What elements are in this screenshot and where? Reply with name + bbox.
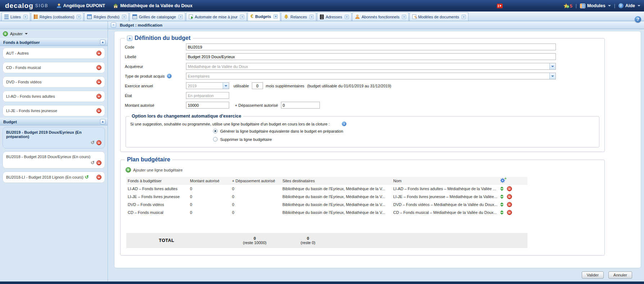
budget-item-bu2018-li[interactable]: BU2018-LI - Budget 2018 Lignon (En cours… <box>3 171 105 183</box>
radio-generate-row[interactable]: Générer la ligne budgétaire équivalente … <box>130 127 595 135</box>
utilisable-field[interactable] <box>252 82 263 89</box>
tab-budgets[interactable]: € Budgets × <box>248 12 280 21</box>
libelle-label: Libellé <box>125 55 186 59</box>
budget-section-header[interactable]: Budget ▲ <box>0 118 108 125</box>
remove-icon[interactable] <box>96 175 101 180</box>
user-icon <box>56 3 62 8</box>
funds-section-header[interactable]: Fonds à budgétiser ▲ <box>0 38 108 46</box>
help-bubble-icon[interactable]: ? <box>635 16 641 23</box>
fund-item-li-ad[interactable]: LI-AD - Fonds livres adultes <box>3 91 105 102</box>
remove-icon[interactable] <box>507 202 512 207</box>
budget-item-bu2018[interactable]: BU2018 - Budget 2018 Doux/Eyrieux (En co… <box>3 151 105 169</box>
depassement-field[interactable] <box>281 102 320 109</box>
remove-icon[interactable] <box>96 160 101 165</box>
site-name: Médiathèque de la Vallée du Doux <box>120 3 192 8</box>
code-field[interactable] <box>186 43 556 50</box>
add-menu[interactable]: + Ajouter <box>0 29 108 38</box>
fund-item-cd[interactable]: CD - Fonds musical <box>3 62 105 73</box>
fund-item-dvd[interactable]: DVD - Fonds vidéos <box>3 76 105 88</box>
chevron-down-icon[interactable] <box>223 83 229 89</box>
move-updown-icon[interactable] <box>500 187 504 191</box>
col-name-header[interactable]: Nom <box>392 177 499 185</box>
validate-button[interactable]: Valider <box>582 271 604 279</box>
close-icon[interactable]: × <box>402 15 406 19</box>
close-icon[interactable]: × <box>462 15 466 19</box>
tab-regles-cotisations[interactable]: Règles (cotisations) × <box>31 12 84 21</box>
tab-automate-mise-a-jour[interactable]: Automate de mise à jour × <box>186 12 247 21</box>
remove-icon[interactable] <box>507 194 512 199</box>
budget-item-bu2019[interactable]: BU2019 - Budget 2019 Doux/Eyrieux (En pr… <box>3 127 105 148</box>
acquereur-select[interactable]: Médiathèque de la Vallée du Doux <box>186 63 556 70</box>
cancel-button[interactable]: Annuler <box>608 271 632 279</box>
move-updown-icon[interactable] <box>500 210 504 215</box>
tab-listes[interactable]: Listes × <box>1 12 30 21</box>
column-settings-icon[interactable]: + <box>500 178 506 183</box>
radio-generate[interactable] <box>213 129 218 133</box>
close-icon[interactable]: × <box>178 15 183 19</box>
table-row[interactable]: LI-AD – Fonds livres adultes 0 0 Bibliot… <box>126 185 527 193</box>
collapse-icon[interactable]: ▲ <box>127 36 132 41</box>
etat-value: En préparation <box>188 93 214 98</box>
remove-icon[interactable] <box>96 51 101 56</box>
close-icon[interactable]: × <box>345 15 349 19</box>
change-state-icon[interactable]: ↺ <box>85 175 89 179</box>
chevron-down-icon[interactable] <box>549 73 555 79</box>
radio-delete[interactable] <box>213 137 218 142</box>
col-amount-header[interactable]: Montant autorisé <box>189 177 231 185</box>
close-icon[interactable]: × <box>122 15 126 19</box>
remove-icon[interactable] <box>96 140 101 145</box>
plan-legend-text: Plan budgétaire <box>127 156 170 163</box>
tab-modeles-documents[interactable]: Modèles de documents × <box>409 12 468 21</box>
col-fund-header[interactable]: Fonds à budgétiser <box>126 177 189 185</box>
montant-autorise-field[interactable] <box>186 102 229 109</box>
remove-icon[interactable] <box>96 108 101 113</box>
fund-item-aut[interactable]: AUT - Autres <box>3 47 105 59</box>
remove-icon[interactable] <box>96 94 101 99</box>
current-site[interactable]: Médiathèque de la Vallée du Doux <box>113 3 192 8</box>
info-icon[interactable]: i <box>342 122 346 126</box>
chevron-down-icon[interactable] <box>549 63 555 69</box>
tab-adresses[interactable]: Adresses × <box>317 12 352 21</box>
tab-label: Règles (cotisations) <box>40 15 74 19</box>
libelle-field[interactable] <box>186 53 556 60</box>
help-menu[interactable]: i Aide <box>618 3 640 8</box>
cell-sites: Bibliothèque du bassin de l'Eyrieux, Méd… <box>281 209 392 216</box>
favorites-indicator[interactable]: ★ + 5 <box>563 3 572 9</box>
table-row[interactable]: DVD – Fonds vidéos 0 0 Bibliothèque du b… <box>126 201 527 209</box>
tab-relances[interactable]: Relances × <box>281 12 316 21</box>
move-updown-icon[interactable] <box>500 202 504 207</box>
chevron-down-icon <box>608 5 611 6</box>
radio-delete-row[interactable]: Supprimer la ligne budgétaire <box>130 135 595 143</box>
cell-overrun: 0 <box>231 209 281 216</box>
tab-grilles-catalogage[interactable]: Grilles de catalogage × <box>130 12 185 21</box>
tab-abonnes-fonctionnels[interactable]: Abonnés fonctionnels × <box>352 12 409 21</box>
close-icon[interactable]: × <box>77 15 81 19</box>
sidebar: + Ajouter Fonds à budgétiser ▲ AUT - Aut… <box>0 21 108 281</box>
col-overrun-header[interactable]: + Dépassement autorisé <box>231 177 281 185</box>
close-icon[interactable]: × <box>309 15 314 19</box>
col-sites-header[interactable]: Sites destinataires <box>281 177 392 185</box>
type-produit-select[interactable]: Exemplaires <box>186 73 556 79</box>
remove-icon[interactable] <box>507 210 512 215</box>
exit-icon[interactable] <box>497 4 503 8</box>
close-icon[interactable]: × <box>273 14 278 19</box>
collapse-sidebar-icon[interactable]: « <box>111 22 116 28</box>
table-row[interactable]: CD – Fonds musical 0 0 Bibliothèque du b… <box>126 209 527 216</box>
collapse-icon[interactable]: ▲ <box>100 40 105 45</box>
current-user[interactable]: Angélique DUPONT <box>56 3 105 8</box>
fund-label: AUT - Autres <box>6 51 96 55</box>
modules-menu[interactable]: Modules <box>580 3 611 8</box>
close-icon[interactable]: × <box>240 15 244 19</box>
table-row[interactable]: LI-JE – Fonds livres jeunesse 0 0 Biblio… <box>126 193 527 201</box>
close-icon[interactable]: × <box>23 15 28 19</box>
remove-icon[interactable] <box>507 186 512 191</box>
tab-regles-fonds[interactable]: Règles (fonds) × <box>84 12 129 21</box>
remove-icon[interactable] <box>96 79 101 84</box>
add-budget-line-button[interactable]: + Ajouter une ligne budgétaire <box>125 164 600 177</box>
move-updown-icon[interactable] <box>500 194 504 199</box>
exercice-select[interactable]: 2019 <box>186 82 229 89</box>
info-icon[interactable]: i <box>167 74 172 78</box>
fund-item-li-je[interactable]: LI-JE - Fonds livres jeunesse <box>3 105 105 116</box>
collapse-icon[interactable]: ▲ <box>100 119 105 124</box>
remove-icon[interactable] <box>96 65 101 70</box>
